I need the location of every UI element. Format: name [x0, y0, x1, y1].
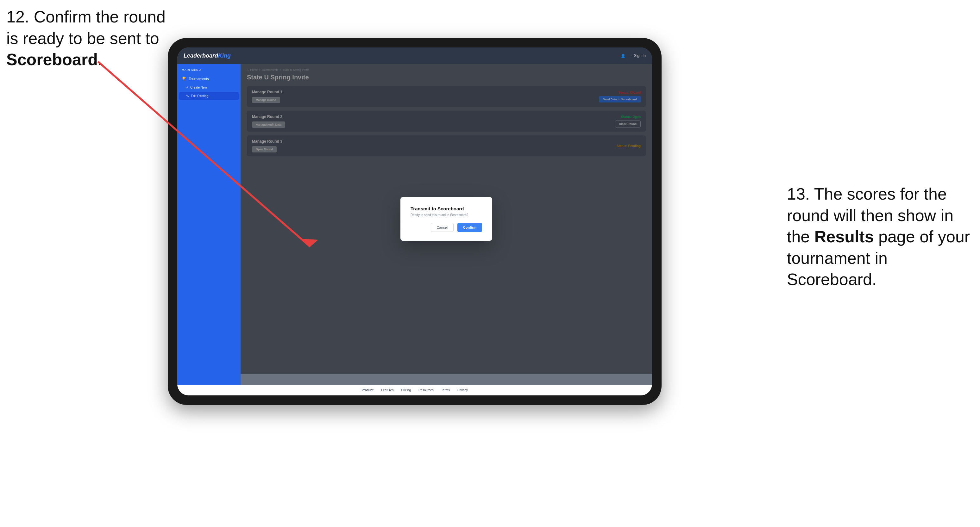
modal-subtitle: Ready to send this round to Scoreboard? — [410, 213, 482, 217]
sidebar-create-label: Create New — [190, 86, 207, 89]
sidebar-item-create-new[interactable]: Create New — [177, 83, 240, 91]
logo-text: LeaderboardKing — [184, 52, 231, 59]
annotation-bold: Scoreboard. — [6, 50, 102, 69]
modal-cancel-button[interactable]: Cancel — [431, 223, 453, 232]
sidebar-tournaments-label: Tournaments — [189, 77, 209, 81]
modal-box: Transmit to Scoreboard Ready to send thi… — [401, 197, 492, 241]
header-logo: LeaderboardKing — [184, 52, 231, 59]
annotation-top-left: 12. Confirm the round is ready to be sen… — [6, 6, 165, 71]
annotation-line2: is ready to be sent to — [6, 29, 159, 48]
sidebar-edit-label: Edit Existing — [191, 94, 208, 98]
sidebar-menu-label: MAIN MENU — [177, 68, 240, 74]
modal-overlay: Transmit to Scoreboard Ready to send thi… — [240, 64, 652, 374]
header-right: Sign In — [621, 53, 646, 59]
modal-buttons: Cancel Confirm — [410, 223, 482, 232]
signin-icon — [628, 54, 632, 58]
annotation-right-bold: Results — [815, 227, 874, 246]
logo-part1: Leaderboard — [184, 52, 218, 59]
sign-in-button[interactable]: Sign In — [628, 54, 646, 58]
main-layout: MAIN MENU Tournaments Create New Edit Ex… — [177, 64, 652, 385]
content-area: Home > Tournaments > State U Spring Invi… — [240, 64, 652, 385]
sidebar-item-edit-existing[interactable]: Edit Existing — [179, 92, 239, 100]
annotation-right-line1: 13. The scores for the round will then s… — [787, 185, 970, 289]
footer-features[interactable]: Features — [381, 389, 393, 392]
footer-pricing[interactable]: Pricing — [401, 389, 411, 392]
user-icon — [621, 53, 625, 59]
tablet: LeaderboardKing Sign In MAIN MENU Tourna… — [168, 38, 662, 405]
footer-resources[interactable]: Resources — [418, 389, 434, 392]
app-footer: Product Features Pricing Resources Terms… — [177, 385, 652, 395]
annotation-line1: 12. Confirm the round — [6, 8, 165, 26]
plus-icon — [186, 85, 188, 89]
trophy-icon — [182, 76, 186, 81]
sign-in-label: Sign In — [634, 54, 646, 58]
sidebar: MAIN MENU Tournaments Create New Edit Ex… — [177, 64, 240, 385]
sidebar-item-tournaments[interactable]: Tournaments — [177, 74, 240, 83]
modal-confirm-button[interactable]: Confirm — [457, 223, 482, 232]
annotation-right: 13. The scores for the round will then s… — [787, 184, 970, 290]
modal-title: Transmit to Scoreboard — [410, 206, 482, 211]
tablet-screen: LeaderboardKing Sign In MAIN MENU Tourna… — [177, 48, 652, 395]
edit-icon — [186, 94, 189, 98]
logo-part2: King — [218, 52, 231, 59]
app-header: LeaderboardKing Sign In — [177, 48, 652, 64]
footer-terms[interactable]: Terms — [441, 389, 450, 392]
footer-privacy[interactable]: Privacy — [457, 389, 468, 392]
footer-product[interactable]: Product — [361, 389, 374, 392]
